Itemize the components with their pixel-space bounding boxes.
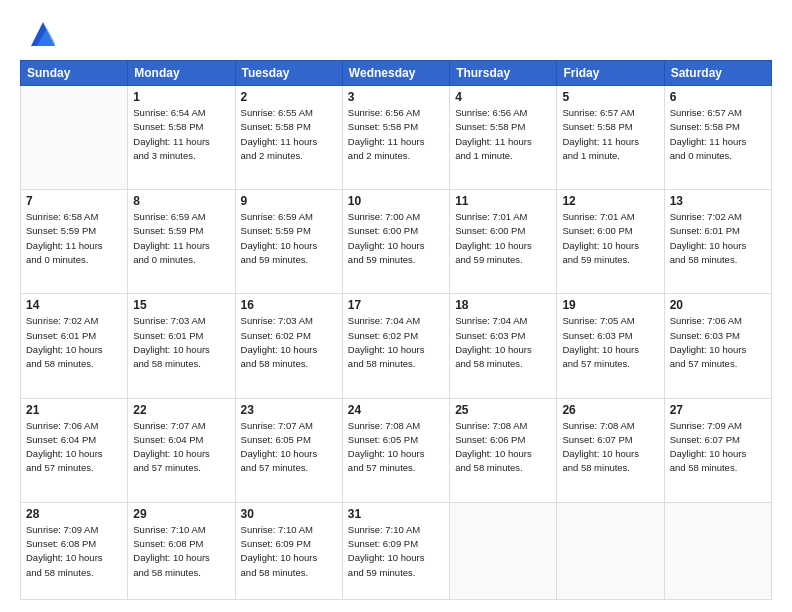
day-info: Sunrise: 7:01 AM Sunset: 6:00 PM Dayligh… (455, 210, 551, 267)
calendar-cell: 10Sunrise: 7:00 AM Sunset: 6:00 PM Dayli… (342, 190, 449, 294)
day-info: Sunrise: 6:58 AM Sunset: 5:59 PM Dayligh… (26, 210, 122, 267)
day-info: Sunrise: 7:03 AM Sunset: 6:02 PM Dayligh… (241, 314, 337, 371)
calendar-cell: 15Sunrise: 7:03 AM Sunset: 6:01 PM Dayli… (128, 294, 235, 398)
calendar-cell: 29Sunrise: 7:10 AM Sunset: 6:08 PM Dayli… (128, 502, 235, 599)
calendar-cell: 21Sunrise: 7:06 AM Sunset: 6:04 PM Dayli… (21, 398, 128, 502)
calendar-cell: 14Sunrise: 7:02 AM Sunset: 6:01 PM Dayli… (21, 294, 128, 398)
day-number: 26 (562, 403, 658, 417)
day-info: Sunrise: 6:54 AM Sunset: 5:58 PM Dayligh… (133, 106, 229, 163)
day-number: 22 (133, 403, 229, 417)
calendar-cell (21, 86, 128, 190)
calendar-cell: 26Sunrise: 7:08 AM Sunset: 6:07 PM Dayli… (557, 398, 664, 502)
day-info: Sunrise: 6:57 AM Sunset: 5:58 PM Dayligh… (562, 106, 658, 163)
day-number: 16 (241, 298, 337, 312)
calendar-cell: 20Sunrise: 7:06 AM Sunset: 6:03 PM Dayli… (664, 294, 771, 398)
header (20, 18, 772, 50)
calendar-cell: 24Sunrise: 7:08 AM Sunset: 6:05 PM Dayli… (342, 398, 449, 502)
day-number: 25 (455, 403, 551, 417)
day-header-friday: Friday (557, 61, 664, 86)
day-number: 13 (670, 194, 766, 208)
day-info: Sunrise: 6:56 AM Sunset: 5:58 PM Dayligh… (348, 106, 444, 163)
calendar-cell: 6Sunrise: 6:57 AM Sunset: 5:58 PM Daylig… (664, 86, 771, 190)
day-info: Sunrise: 7:09 AM Sunset: 6:07 PM Dayligh… (670, 419, 766, 476)
day-info: Sunrise: 7:07 AM Sunset: 6:04 PM Dayligh… (133, 419, 229, 476)
calendar-cell: 28Sunrise: 7:09 AM Sunset: 6:08 PM Dayli… (21, 502, 128, 599)
day-number: 9 (241, 194, 337, 208)
calendar-cell: 1Sunrise: 6:54 AM Sunset: 5:58 PM Daylig… (128, 86, 235, 190)
day-header-sunday: Sunday (21, 61, 128, 86)
day-info: Sunrise: 7:08 AM Sunset: 6:06 PM Dayligh… (455, 419, 551, 476)
day-info: Sunrise: 7:08 AM Sunset: 6:05 PM Dayligh… (348, 419, 444, 476)
day-number: 27 (670, 403, 766, 417)
day-info: Sunrise: 7:06 AM Sunset: 6:03 PM Dayligh… (670, 314, 766, 371)
calendar-header-row: SundayMondayTuesdayWednesdayThursdayFrid… (21, 61, 772, 86)
calendar-cell: 23Sunrise: 7:07 AM Sunset: 6:05 PM Dayli… (235, 398, 342, 502)
calendar-cell: 2Sunrise: 6:55 AM Sunset: 5:58 PM Daylig… (235, 86, 342, 190)
day-number: 17 (348, 298, 444, 312)
calendar-cell: 3Sunrise: 6:56 AM Sunset: 5:58 PM Daylig… (342, 86, 449, 190)
day-number: 8 (133, 194, 229, 208)
day-number: 31 (348, 507, 444, 521)
calendar-cell: 25Sunrise: 7:08 AM Sunset: 6:06 PM Dayli… (450, 398, 557, 502)
logo (20, 22, 55, 50)
day-number: 11 (455, 194, 551, 208)
calendar-cell: 9Sunrise: 6:59 AM Sunset: 5:59 PM Daylig… (235, 190, 342, 294)
calendar-cell (664, 502, 771, 599)
day-info: Sunrise: 6:59 AM Sunset: 5:59 PM Dayligh… (133, 210, 229, 267)
day-info: Sunrise: 7:05 AM Sunset: 6:03 PM Dayligh… (562, 314, 658, 371)
calendar-cell: 19Sunrise: 7:05 AM Sunset: 6:03 PM Dayli… (557, 294, 664, 398)
day-info: Sunrise: 6:59 AM Sunset: 5:59 PM Dayligh… (241, 210, 337, 267)
day-number: 5 (562, 90, 658, 104)
day-number: 21 (26, 403, 122, 417)
calendar-cell: 5Sunrise: 6:57 AM Sunset: 5:58 PM Daylig… (557, 86, 664, 190)
day-info: Sunrise: 7:09 AM Sunset: 6:08 PM Dayligh… (26, 523, 122, 580)
day-number: 30 (241, 507, 337, 521)
day-number: 4 (455, 90, 551, 104)
day-info: Sunrise: 7:08 AM Sunset: 6:07 PM Dayligh… (562, 419, 658, 476)
day-header-tuesday: Tuesday (235, 61, 342, 86)
day-info: Sunrise: 7:07 AM Sunset: 6:05 PM Dayligh… (241, 419, 337, 476)
day-header-monday: Monday (128, 61, 235, 86)
day-info: Sunrise: 7:10 AM Sunset: 6:08 PM Dayligh… (133, 523, 229, 580)
calendar-cell (557, 502, 664, 599)
day-number: 1 (133, 90, 229, 104)
calendar-cell (450, 502, 557, 599)
day-info: Sunrise: 6:57 AM Sunset: 5:58 PM Dayligh… (670, 106, 766, 163)
day-number: 7 (26, 194, 122, 208)
day-info: Sunrise: 7:04 AM Sunset: 6:02 PM Dayligh… (348, 314, 444, 371)
calendar-cell: 31Sunrise: 7:10 AM Sunset: 6:09 PM Dayli… (342, 502, 449, 599)
day-number: 12 (562, 194, 658, 208)
day-header-saturday: Saturday (664, 61, 771, 86)
day-number: 19 (562, 298, 658, 312)
day-info: Sunrise: 7:02 AM Sunset: 6:01 PM Dayligh… (26, 314, 122, 371)
calendar-table: SundayMondayTuesdayWednesdayThursdayFrid… (20, 60, 772, 600)
day-header-thursday: Thursday (450, 61, 557, 86)
day-number: 29 (133, 507, 229, 521)
day-info: Sunrise: 7:10 AM Sunset: 6:09 PM Dayligh… (348, 523, 444, 580)
calendar-cell: 13Sunrise: 7:02 AM Sunset: 6:01 PM Dayli… (664, 190, 771, 294)
day-info: Sunrise: 7:00 AM Sunset: 6:00 PM Dayligh… (348, 210, 444, 267)
day-info: Sunrise: 7:10 AM Sunset: 6:09 PM Dayligh… (241, 523, 337, 580)
day-number: 23 (241, 403, 337, 417)
calendar-cell: 27Sunrise: 7:09 AM Sunset: 6:07 PM Dayli… (664, 398, 771, 502)
day-number: 24 (348, 403, 444, 417)
calendar-cell: 12Sunrise: 7:01 AM Sunset: 6:00 PM Dayli… (557, 190, 664, 294)
day-number: 18 (455, 298, 551, 312)
calendar-cell: 7Sunrise: 6:58 AM Sunset: 5:59 PM Daylig… (21, 190, 128, 294)
calendar-cell: 8Sunrise: 6:59 AM Sunset: 5:59 PM Daylig… (128, 190, 235, 294)
day-number: 6 (670, 90, 766, 104)
day-info: Sunrise: 6:56 AM Sunset: 5:58 PM Dayligh… (455, 106, 551, 163)
day-number: 3 (348, 90, 444, 104)
calendar-cell: 30Sunrise: 7:10 AM Sunset: 6:09 PM Dayli… (235, 502, 342, 599)
day-number: 14 (26, 298, 122, 312)
day-number: 28 (26, 507, 122, 521)
day-number: 20 (670, 298, 766, 312)
calendar-cell: 18Sunrise: 7:04 AM Sunset: 6:03 PM Dayli… (450, 294, 557, 398)
calendar-cell: 4Sunrise: 6:56 AM Sunset: 5:58 PM Daylig… (450, 86, 557, 190)
day-info: Sunrise: 6:55 AM Sunset: 5:58 PM Dayligh… (241, 106, 337, 163)
calendar-cell: 17Sunrise: 7:04 AM Sunset: 6:02 PM Dayli… (342, 294, 449, 398)
day-header-wednesday: Wednesday (342, 61, 449, 86)
page: SundayMondayTuesdayWednesdayThursdayFrid… (0, 0, 792, 612)
day-info: Sunrise: 7:06 AM Sunset: 6:04 PM Dayligh… (26, 419, 122, 476)
day-info: Sunrise: 7:03 AM Sunset: 6:01 PM Dayligh… (133, 314, 229, 371)
